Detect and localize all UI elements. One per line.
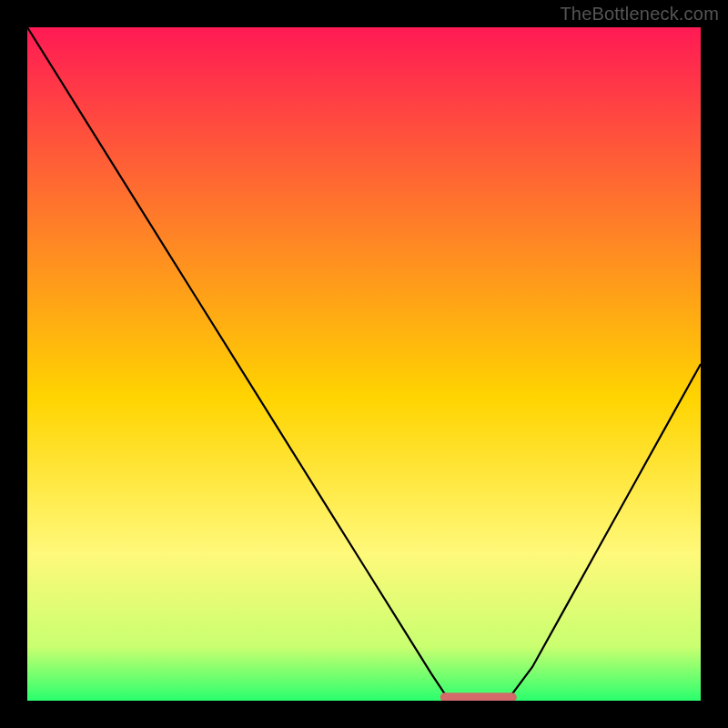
watermark-text: TheBottleneck.com (560, 4, 719, 25)
chart-svg (0, 0, 728, 728)
gradient-background (27, 27, 701, 701)
chart-container: TheBottleneck.com (0, 0, 728, 728)
